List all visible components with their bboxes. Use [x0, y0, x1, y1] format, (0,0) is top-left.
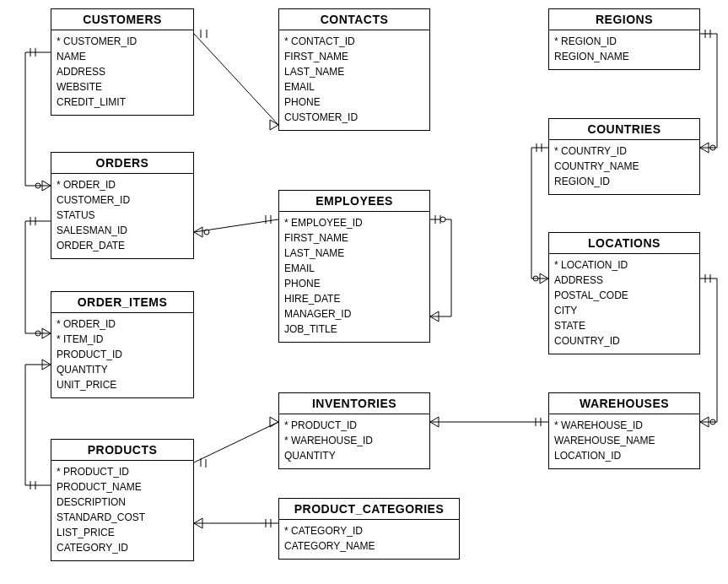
attr: REGION_NAME: [554, 49, 694, 64]
entity-title: COUNTRIES: [549, 119, 699, 140]
attr: * CATEGORY_ID: [284, 523, 454, 538]
entity-locations: LOCATIONS * LOCATION_ID ADDRESS POSTAL_C…: [548, 232, 700, 354]
entity-regions: REGIONS * REGION_ID REGION_NAME: [548, 8, 700, 70]
entity-title: EMPLOYEES: [279, 191, 429, 212]
svg-point-2: [204, 230, 209, 235]
attr: POSTAL_CODE: [554, 288, 694, 303]
attr: CREDIT_LIMIT: [57, 95, 188, 110]
attr: CUSTOMER_ID: [57, 192, 188, 208]
attr: * PRODUCT_ID: [284, 418, 424, 433]
attr: STATUS: [57, 208, 188, 223]
attr: * EMPLOYEE_ID: [284, 215, 424, 230]
attr: JOB_TITLE: [284, 322, 424, 337]
entity-title: ORDER_ITEMS: [51, 292, 193, 313]
entity-title: REGIONS: [549, 9, 699, 30]
attr: EMAIL: [284, 79, 424, 95]
entity-title: LOCATIONS: [549, 233, 699, 254]
entity-body: * ORDER_ID CUSTOMER_ID STATUS SALESMAN_I…: [51, 174, 193, 258]
attr: * ORDER_ID: [57, 316, 188, 332]
entity-title: CONTACTS: [279, 9, 429, 30]
attr: MANAGER_ID: [284, 306, 424, 322]
attr: PHONE: [284, 276, 424, 291]
attr: DESCRIPTION: [57, 495, 188, 510]
svg-point-1: [35, 331, 40, 336]
attr: * ITEM_ID: [57, 332, 188, 347]
entity-body: * PRODUCT_ID PRODUCT_NAME DESCRIPTION ST…: [51, 461, 193, 560]
attr: LAST_NAME: [284, 246, 424, 261]
attr: CUSTOMER_ID: [284, 110, 424, 125]
attr: CATEGORY_ID: [57, 540, 188, 555]
attr: QUANTITY: [57, 362, 188, 377]
entity-body: * PRODUCT_ID * WAREHOUSE_ID QUANTITY: [279, 414, 429, 468]
attr: ORDER_DATE: [57, 238, 188, 253]
attr: UNIT_PRICE: [57, 377, 188, 392]
attr: SALESMAN_ID: [57, 223, 188, 238]
attr: * REGION_ID: [554, 34, 694, 49]
entity-warehouses: WAREHOUSES * WAREHOUSE_ID WAREHOUSE_NAME…: [548, 392, 700, 469]
attr: * PRODUCT_ID: [57, 464, 188, 479]
attr: CATEGORY_NAME: [284, 538, 454, 554]
attr: LOCATION_ID: [554, 448, 694, 463]
entity-products: PRODUCTS * PRODUCT_ID PRODUCT_NAME DESCR…: [51, 439, 194, 561]
attr: EMAIL: [284, 261, 424, 276]
svg-point-4: [710, 145, 715, 150]
attr: WAREHOUSE_NAME: [554, 433, 694, 448]
attr: LIST_PRICE: [57, 525, 188, 540]
entity-inventories: INVENTORIES * PRODUCT_ID * WAREHOUSE_ID …: [278, 392, 430, 469]
attr: FIRST_NAME: [284, 49, 424, 64]
svg-point-6: [710, 419, 715, 424]
entity-employees: EMPLOYEES * EMPLOYEE_ID FIRST_NAME LAST_…: [278, 190, 430, 343]
svg-point-5: [533, 276, 538, 281]
entity-product-categories: PRODUCT_CATEGORIES * CATEGORY_ID CATEGOR…: [278, 498, 460, 560]
attr: QUANTITY: [284, 448, 424, 463]
attr: PRODUCT_NAME: [57, 479, 188, 495]
entity-title: ORDERS: [51, 153, 193, 174]
attr: * CUSTOMER_ID: [57, 34, 188, 49]
attr: STANDARD_COST: [57, 510, 188, 525]
entity-body: * LOCATION_ID ADDRESS POSTAL_CODE CITY S…: [549, 254, 699, 354]
svg-point-0: [35, 183, 40, 188]
attr: * COUNTRY_ID: [554, 143, 694, 159]
entity-title: PRODUCTS: [51, 440, 193, 461]
attr: NAME: [57, 49, 188, 64]
entity-contacts: CONTACTS * CONTACT_ID FIRST_NAME LAST_NA…: [278, 8, 430, 131]
attr: * LOCATION_ID: [554, 257, 694, 273]
attr: PRODUCT_ID: [57, 347, 188, 362]
svg-point-3: [440, 217, 445, 222]
attr: * WAREHOUSE_ID: [554, 418, 694, 433]
attr: HIRE_DATE: [284, 291, 424, 306]
attr: FIRST_NAME: [284, 230, 424, 246]
attr: STATE: [554, 318, 694, 333]
attr: * CONTACT_ID: [284, 34, 424, 49]
entity-body: * CUSTOMER_ID NAME ADDRESS WEBSITE CREDI…: [51, 30, 193, 115]
entity-body: * CATEGORY_ID CATEGORY_NAME: [279, 520, 459, 559]
attr: ADDRESS: [57, 64, 188, 79]
attr: ADDRESS: [554, 273, 694, 288]
entity-title: WAREHOUSES: [549, 393, 699, 414]
entity-countries: COUNTRIES * COUNTRY_ID COUNTRY_NAME REGI…: [548, 118, 700, 195]
attr: REGION_ID: [554, 174, 694, 189]
attr: LAST_NAME: [284, 64, 424, 79]
entity-body: * COUNTRY_ID COUNTRY_NAME REGION_ID: [549, 140, 699, 194]
entity-orders: ORDERS * ORDER_ID CUSTOMER_ID STATUS SAL…: [51, 152, 194, 259]
attr: COUNTRY_NAME: [554, 159, 694, 174]
entity-title: CUSTOMERS: [51, 9, 193, 30]
attr: * ORDER_ID: [57, 177, 188, 192]
attr: CITY: [554, 303, 694, 318]
entity-body: * WAREHOUSE_ID WAREHOUSE_NAME LOCATION_I…: [549, 414, 699, 468]
entity-body: * CONTACT_ID FIRST_NAME LAST_NAME EMAIL …: [279, 30, 429, 130]
entity-body: * ORDER_ID * ITEM_ID PRODUCT_ID QUANTITY…: [51, 313, 193, 397]
entity-body: * EMPLOYEE_ID FIRST_NAME LAST_NAME EMAIL…: [279, 212, 429, 342]
attr: COUNTRY_ID: [554, 333, 694, 349]
entity-title: PRODUCT_CATEGORIES: [279, 499, 459, 520]
attr: PHONE: [284, 95, 424, 110]
entity-order-items: ORDER_ITEMS * ORDER_ID * ITEM_ID PRODUCT…: [51, 291, 194, 398]
erd-canvas: CUSTOMERS * CUSTOMER_ID NAME ADDRESS WEB…: [0, 0, 728, 584]
entity-customers: CUSTOMERS * CUSTOMER_ID NAME ADDRESS WEB…: [51, 8, 194, 116]
entity-title: INVENTORIES: [279, 393, 429, 414]
entity-body: * REGION_ID REGION_NAME: [549, 30, 699, 69]
attr: * WAREHOUSE_ID: [284, 433, 424, 448]
attr: WEBSITE: [57, 79, 188, 95]
